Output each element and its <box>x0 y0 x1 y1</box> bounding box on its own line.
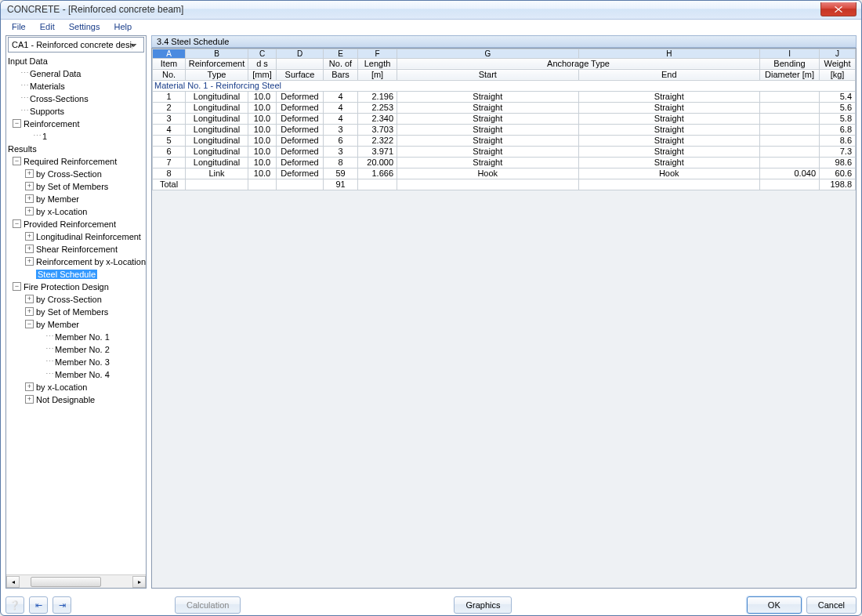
cell-start[interactable]: Straight <box>397 91 579 102</box>
cell-type[interactable]: Longitudinal <box>186 135 248 146</box>
col-G[interactable]: G <box>397 49 579 58</box>
expand-icon[interactable]: + <box>25 232 34 241</box>
tree-req-by-cs[interactable]: +by Cross-Section <box>6 168 146 180</box>
expand-icon[interactable]: + <box>25 207 34 216</box>
cell-end[interactable]: Straight <box>578 157 760 168</box>
cell-ds[interactable]: 10.0 <box>248 157 277 168</box>
cancel-button[interactable]: Cancel <box>806 596 857 614</box>
cell-ds[interactable]: 10.0 <box>248 168 277 179</box>
tree-supports[interactable]: ⋯ Supports <box>6 105 146 118</box>
cell-length[interactable]: 2.340 <box>358 113 397 124</box>
cell-type[interactable]: Longitudinal <box>186 113 248 124</box>
table-row[interactable]: 1Longitudinal10.0Deformed42.196StraightS… <box>153 91 856 102</box>
prev-button[interactable]: ⇤ <box>29 596 48 614</box>
tree-not-designable[interactable]: +Not Designable <box>6 393 146 406</box>
tree-req-by-xloc[interactable]: +by x-Location <box>6 205 146 218</box>
cell-end[interactable]: Straight <box>578 102 760 113</box>
cell-length[interactable]: 2.322 <box>358 135 397 146</box>
cell-no[interactable]: 4 <box>153 124 186 135</box>
case-dropdown[interactable]: CA1 - Reinforced concrete design <box>8 37 144 53</box>
cell-start[interactable]: Straight <box>397 146 579 157</box>
col-D[interactable]: D <box>277 49 324 58</box>
data-grid[interactable]: A B C D E F G H I J Item <box>151 48 857 589</box>
collapse-icon[interactable]: − <box>13 282 21 291</box>
expand-icon[interactable]: + <box>25 194 34 203</box>
cell-surface[interactable]: Deformed <box>277 135 324 146</box>
table-row[interactable]: 6Longitudinal10.0Deformed33.971StraightS… <box>153 146 856 157</box>
cell-bars[interactable]: 4 <box>324 113 358 124</box>
cell-end[interactable]: Straight <box>578 146 760 157</box>
tree-req-by-member[interactable]: +by Member <box>6 193 146 205</box>
cell-end[interactable]: Straight <box>578 113 760 124</box>
table-row[interactable]: 4Longitudinal10.0Deformed33.703StraightS… <box>153 124 856 135</box>
tree-reinf-1[interactable]: ⋯ 1 <box>6 130 146 143</box>
graphics-button[interactable]: Graphics <box>454 596 512 614</box>
cell-bars[interactable]: 3 <box>324 146 358 157</box>
cell-length[interactable]: 2.253 <box>358 102 397 113</box>
collapse-icon[interactable]: − <box>25 320 34 328</box>
col-F[interactable]: F <box>358 49 397 58</box>
cell-bars[interactable]: 8 <box>324 157 358 168</box>
tree-general-data[interactable]: ⋯ General Data <box>6 67 146 80</box>
cell-weight[interactable]: 7.3 <box>820 146 856 157</box>
tree-materials[interactable]: ⋯ Materials <box>6 80 146 92</box>
tree-fire-protection[interactable]: −Fire Protection Design <box>6 281 146 293</box>
cell-type[interactable]: Longitudinal <box>186 91 248 102</box>
cell-bars[interactable]: 4 <box>324 91 358 102</box>
cell-end[interactable]: Straight <box>578 124 760 135</box>
collapse-icon[interactable]: − <box>13 219 21 228</box>
tree-fire-by-xloc[interactable]: +by x-Location <box>6 381 146 393</box>
cell-surface[interactable]: Deformed <box>277 157 324 168</box>
cell-no[interactable]: 2 <box>153 102 186 113</box>
expand-icon[interactable]: + <box>25 395 34 404</box>
collapse-icon[interactable]: − <box>13 119 21 128</box>
cell-bend[interactable] <box>760 124 820 135</box>
cell-bend[interactable] <box>760 135 820 146</box>
cell-end[interactable]: Straight <box>578 91 760 102</box>
table-row[interactable]: 8Link10.0Deformed591.666HookHook0.04060.… <box>153 168 856 179</box>
cell-length[interactable]: 2.196 <box>358 91 397 102</box>
cell-no[interactable]: 7 <box>153 157 186 168</box>
menu-settings[interactable]: Settings <box>63 21 107 32</box>
cell-weight[interactable]: 5.4 <box>820 91 856 102</box>
tree-member-2[interactable]: ⋯ Member No. 2 <box>6 343 146 356</box>
cell-weight[interactable]: 60.6 <box>820 168 856 179</box>
cell-end[interactable]: Hook <box>578 168 760 179</box>
expand-icon[interactable]: + <box>25 245 34 253</box>
cell-surface[interactable]: Deformed <box>277 113 324 124</box>
tree-cross-sections[interactable]: ⋯ Cross-Sections <box>6 92 146 105</box>
cell-type[interactable]: Longitudinal <box>186 146 248 157</box>
expand-icon[interactable]: + <box>25 295 34 303</box>
tree-results[interactable]: Results <box>6 143 146 155</box>
cell-bars[interactable]: 6 <box>324 135 358 146</box>
col-E[interactable]: E <box>324 49 358 58</box>
cell-bend[interactable]: 0.040 <box>760 168 820 179</box>
expand-icon[interactable]: + <box>25 169 34 178</box>
cell-ds[interactable]: 10.0 <box>248 102 277 113</box>
cell-type[interactable]: Longitudinal <box>186 157 248 168</box>
table-row[interactable]: 5Longitudinal10.0Deformed62.322StraightS… <box>153 135 856 146</box>
cell-ds[interactable]: 10.0 <box>248 113 277 124</box>
tree-fire-by-cs[interactable]: +by Cross-Section <box>6 293 146 306</box>
expand-icon[interactable]: + <box>25 382 34 391</box>
cell-weight[interactable]: 5.6 <box>820 102 856 113</box>
cell-weight[interactable]: 5.8 <box>820 113 856 124</box>
tree-input-data[interactable]: Input Data <box>6 55 146 67</box>
cell-type[interactable]: Longitudinal <box>186 124 248 135</box>
sidebar-hscroll[interactable]: ◂ ▸ <box>6 574 146 588</box>
cell-length[interactable]: 3.703 <box>358 124 397 135</box>
calculation-button[interactable]: Calculation <box>175 596 241 614</box>
menu-edit[interactable]: Edit <box>34 21 61 32</box>
cell-surface[interactable]: Deformed <box>277 91 324 102</box>
tree-prov-long[interactable]: +Longitudinal Reinforcement <box>6 230 146 243</box>
table-row[interactable]: 3Longitudinal10.0Deformed42.340StraightS… <box>153 113 856 124</box>
expand-icon[interactable]: + <box>25 182 34 190</box>
col-C[interactable]: C <box>248 49 277 58</box>
tree-prov-shear[interactable]: +Shear Reinforcement <box>6 243 146 255</box>
cell-bend[interactable] <box>760 146 820 157</box>
cell-bend[interactable] <box>760 157 820 168</box>
cell-start[interactable]: Straight <box>397 102 579 113</box>
cell-start[interactable]: Hook <box>397 168 579 179</box>
col-A[interactable]: A <box>153 49 186 58</box>
cell-no[interactable]: 8 <box>153 168 186 179</box>
